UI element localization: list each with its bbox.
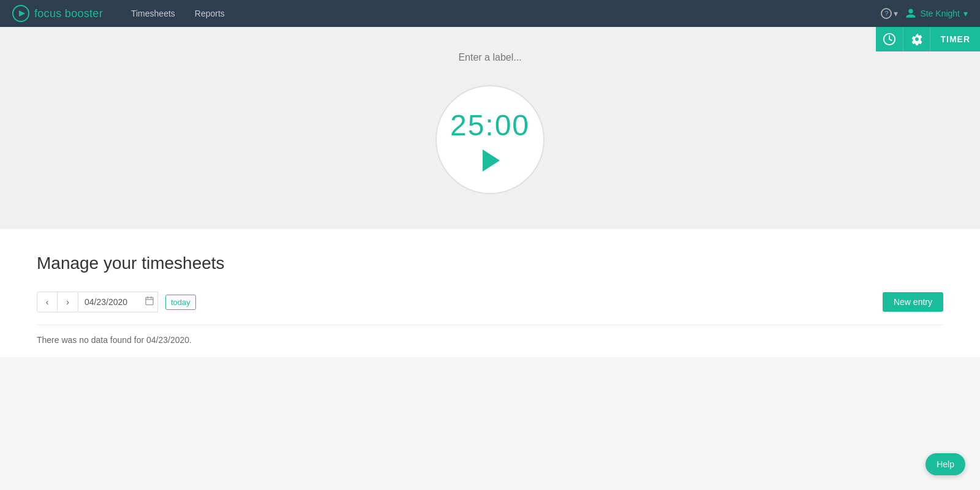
- nav-reports[interactable]: Reports: [185, 0, 235, 27]
- nav-right: ? ▾ Ste Knight ▾: [881, 8, 968, 19]
- user-menu[interactable]: Ste Knight ▾: [905, 8, 968, 19]
- timer-bar-label[interactable]: TIMER: [930, 27, 980, 51]
- help-dropdown-arrow: ▾: [894, 9, 898, 18]
- user-dropdown-arrow: ▾: [963, 9, 968, 18]
- timer-bar-clock-btn[interactable]: [876, 27, 903, 51]
- new-entry-button[interactable]: New entry: [883, 292, 943, 312]
- today-badge[interactable]: today: [165, 295, 196, 310]
- play-icon: [483, 149, 500, 172]
- settings-icon: [911, 33, 923, 45]
- nav-links: Timesheets Reports: [121, 0, 235, 27]
- user-name: Ste Knight: [920, 9, 960, 18]
- timer-bar-settings-btn[interactable]: [903, 27, 930, 51]
- divider: [37, 325, 943, 325]
- svg-rect-4: [146, 298, 153, 305]
- section-title: Manage your timesheets: [37, 254, 943, 273]
- logo[interactable]: focus booster: [12, 5, 103, 22]
- no-data-message: There was no data found for 04/23/2020.: [37, 335, 943, 345]
- logo-icon: [12, 5, 29, 22]
- navbar: focus booster Timesheets Reports ? ▾ Ste…: [0, 0, 980, 27]
- user-icon: [905, 8, 916, 19]
- svg-marker-1: [19, 10, 25, 17]
- help-circle-icon: ?: [881, 8, 892, 19]
- timer-circle: 25:00: [432, 81, 548, 198]
- timer-display: 25:00: [450, 108, 530, 142]
- logo-text: focus booster: [34, 7, 103, 20]
- timer-inner: 25:00: [432, 81, 548, 198]
- calendar-svg: [145, 296, 154, 306]
- calendar-icon[interactable]: [145, 296, 154, 308]
- clock-icon: [883, 32, 896, 46]
- help-float-button[interactable]: Help: [925, 453, 965, 475]
- timer-play-button[interactable]: [480, 149, 500, 172]
- main-content: Manage your timesheets ‹ › today New ent…: [0, 229, 980, 357]
- timer-section: 25:00: [0, 27, 980, 229]
- next-date-button[interactable]: ›: [58, 292, 78, 312]
- help-button[interactable]: ? ▾: [881, 8, 898, 19]
- timer-label-input[interactable]: [429, 52, 551, 63]
- date-input-wrapper: [78, 292, 158, 312]
- timesheet-controls: ‹ › today New entry: [37, 292, 943, 312]
- prev-date-button[interactable]: ‹: [37, 292, 58, 312]
- timer-bar: TIMER: [876, 27, 980, 51]
- nav-timesheets[interactable]: Timesheets: [121, 0, 185, 27]
